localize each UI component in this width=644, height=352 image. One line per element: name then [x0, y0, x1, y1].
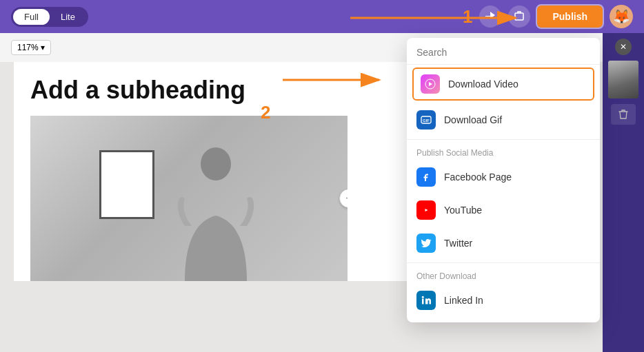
twitter-icon — [416, 234, 436, 253]
download-gif-label: Download Gif — [444, 114, 502, 125]
svg-rect-0 — [515, 13, 523, 20]
facebook-icon — [416, 167, 436, 187]
youtube-label: YouTube — [444, 205, 482, 216]
facebook-page-item[interactable]: Facebook Page — [407, 161, 600, 194]
download-video-label: Download Video — [448, 79, 519, 90]
annotation-1: 1 — [463, 6, 472, 28]
header: Full Lite 1 Publish 🦊 — [0, 0, 644, 33]
chevron-down-icon: ▾ — [41, 43, 45, 52]
svg-point-1 — [201, 147, 231, 180]
twitter-item[interactable]: Twitter — [407, 227, 600, 260]
other-section-label: Other Download — [407, 266, 600, 284]
svg-text:GIF: GIF — [423, 118, 430, 123]
toggle-group: Full Lite — [11, 7, 88, 27]
download-video-item[interactable]: Download Video — [412, 68, 594, 101]
header-right: 1 Publish 🦊 — [463, 5, 633, 28]
publish-button[interactable]: Publish — [537, 6, 603, 28]
add-element-button[interactable]: + — [339, 189, 348, 208]
strip-trash-button[interactable] — [611, 104, 636, 125]
lite-toggle-btn[interactable]: Lite — [50, 9, 86, 25]
full-toggle-btn[interactable]: Full — [13, 9, 50, 25]
header-left: Full Lite — [11, 7, 88, 27]
annotation-2: 2 — [261, 102, 270, 123]
publish-dropdown: Download Video GIF Download Gif Publish … — [407, 38, 600, 322]
divider-2 — [407, 262, 600, 263]
twitter-label: Twitter — [444, 238, 472, 249]
close-strip-button[interactable]: ✕ — [615, 39, 632, 55]
facebook-page-label: Facebook Page — [444, 172, 512, 183]
linkedin-icon — [416, 291, 436, 310]
search-input[interactable] — [416, 47, 590, 58]
youtube-item[interactable]: YouTube — [407, 194, 600, 227]
avatar: 🦊 — [610, 5, 633, 28]
zoom-control[interactable]: 117% ▾ — [11, 40, 51, 55]
social-section-label: Publish Social Media — [407, 143, 600, 161]
youtube-icon — [416, 200, 436, 220]
strip-thumbnail — [608, 61, 638, 99]
icon-btn-1[interactable] — [479, 6, 501, 28]
right-panel-strip: ✕ — [603, 33, 644, 352]
dropdown-search-area — [407, 38, 600, 65]
linkedin-item[interactable]: Linked In — [407, 284, 600, 317]
person-silhouette — [171, 143, 261, 281]
icon-btn-2[interactable] — [508, 6, 530, 28]
download-video-icon — [421, 74, 440, 94]
divider-1 — [407, 139, 600, 140]
zoom-value: 117% — [17, 43, 39, 52]
frame-art — [99, 150, 154, 219]
linkedin-label: Linked In — [444, 295, 483, 306]
canvas-image: + — [30, 116, 348, 281]
download-gif-icon: GIF — [416, 110, 436, 130]
svg-point-9 — [422, 296, 424, 298]
svg-rect-8 — [422, 299, 424, 304]
download-gif-item[interactable]: GIF Download Gif — [407, 103, 600, 136]
